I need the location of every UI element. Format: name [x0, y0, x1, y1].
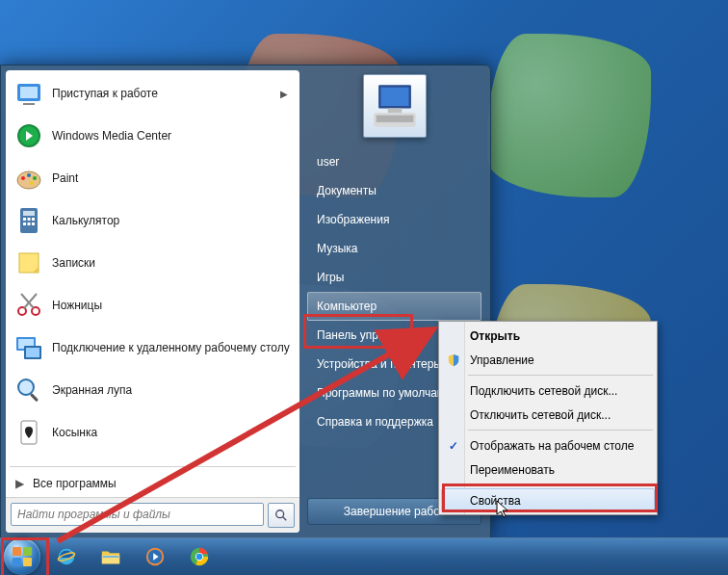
taskbar — [0, 537, 728, 575]
program-label: Экранная лупа — [52, 383, 132, 397]
sys-pictures[interactable]: Изображения — [307, 205, 481, 234]
program-label: Калькулятор — [52, 214, 119, 227]
chrome-icon — [189, 546, 210, 567]
svg-point-28 — [276, 510, 284, 518]
program-label: Приступая к работе — [52, 87, 158, 100]
start-button[interactable] — [4, 538, 40, 575]
program-label: Windows Media Center — [52, 129, 171, 143]
svg-rect-32 — [387, 108, 402, 113]
taskbar-chrome[interactable] — [179, 542, 220, 571]
ctx-map-drive[interactable]: Подключить сетевой диск... — [441, 379, 655, 403]
svg-rect-1 — [20, 87, 38, 98]
svg-rect-14 — [32, 218, 35, 221]
svg-rect-17 — [32, 222, 35, 225]
program-label: Косынка — [52, 426, 97, 439]
svg-point-6 — [21, 176, 25, 180]
shield-icon — [446, 353, 461, 368]
svg-rect-16 — [28, 222, 31, 225]
scissors-icon — [13, 290, 44, 321]
ctx-manage[interactable]: Управление — [441, 348, 655, 372]
program-paint[interactable]: Paint — [8, 157, 298, 199]
user-avatar[interactable] — [363, 74, 427, 138]
solitaire-icon — [13, 417, 44, 448]
program-label: Ножницы — [52, 299, 102, 312]
ctx-open[interactable]: Открыть — [441, 324, 655, 348]
wmp-icon — [144, 546, 166, 567]
svg-rect-31 — [380, 88, 408, 106]
sys-music[interactable]: Музыка — [307, 234, 481, 263]
computer-icon — [367, 78, 423, 134]
search-icon — [274, 509, 288, 522]
programs-list: Приступая к работе ▶ Windows Media Cente… — [6, 70, 299, 463]
svg-line-29 — [283, 517, 287, 521]
program-remote-desktop[interactable]: Подключение к удаленному рабочему столу — [8, 327, 298, 369]
svg-rect-15 — [23, 222, 26, 225]
context-menu: Открыть Управление Подключить сетевой ди… — [438, 321, 658, 515]
all-programs-label: Все программы — [33, 477, 117, 490]
sticky-notes-icon — [13, 248, 44, 278]
search-row — [6, 497, 299, 533]
user-avatar-container — [303, 74, 485, 142]
program-magnifier[interactable]: Экранная лупа — [8, 369, 298, 411]
svg-rect-12 — [23, 218, 26, 221]
start-menu: Приступая к работе ▶ Windows Media Cente… — [0, 65, 491, 538]
sys-computer[interactable]: Компьютер — [307, 292, 481, 321]
getting-started-icon — [13, 78, 44, 109]
sys-user[interactable]: user — [307, 147, 481, 176]
ctx-show-on-desktop[interactable]: ✓ Отображать на рабочем столе — [441, 433, 655, 457]
search-input[interactable] — [11, 503, 264, 526]
taskbar-ie[interactable] — [46, 542, 87, 571]
calculator-icon — [13, 205, 44, 236]
program-snipping-tool[interactable]: Ножницы — [8, 284, 298, 327]
program-sticky-notes[interactable]: Записки — [8, 242, 298, 284]
all-programs[interactable]: ▶ Все программы — [6, 470, 299, 497]
svg-point-8 — [33, 176, 37, 180]
program-label: Paint — [52, 171, 78, 185]
folder-icon — [100, 546, 121, 567]
taskbar-explorer[interactable] — [91, 542, 131, 571]
ctx-properties[interactable]: Свойства — [441, 488, 655, 512]
svg-rect-34 — [376, 116, 413, 122]
svg-point-43 — [196, 554, 202, 560]
svg-point-25 — [18, 379, 34, 395]
svg-rect-2 — [23, 103, 35, 105]
program-label: Записки — [52, 256, 95, 270]
magnifier-icon — [13, 375, 44, 405]
ctx-rename[interactable]: Переименовать — [441, 457, 655, 482]
paint-icon — [13, 163, 44, 194]
chevron-right-icon: ▶ — [13, 477, 25, 490]
separator — [10, 466, 296, 467]
svg-point-7 — [27, 173, 31, 177]
program-getting-started[interactable]: Приступая к работе ▶ — [8, 72, 298, 115]
taskbar-wmp[interactable] — [135, 542, 175, 571]
program-calculator[interactable]: Калькулятор — [8, 199, 298, 242]
program-media-center[interactable]: Windows Media Center — [8, 115, 298, 157]
check-icon: ✓ — [446, 438, 461, 454]
sys-documents[interactable]: Документы — [307, 176, 481, 205]
ie-icon — [56, 546, 77, 567]
separator — [468, 375, 653, 376]
submenu-arrow-icon: ▶ — [280, 89, 292, 99]
ctx-disconnect-drive[interactable]: Отключить сетевой диск... — [441, 403, 655, 427]
separator — [468, 484, 653, 485]
svg-rect-11 — [23, 211, 35, 216]
separator — [468, 430, 653, 431]
media-center-icon — [13, 120, 44, 151]
svg-rect-26 — [30, 393, 39, 402]
start-menu-left-pane: Приступая к работе ▶ Windows Media Cente… — [6, 70, 299, 533]
program-solitaire[interactable]: Косынка — [8, 411, 298, 454]
program-label: Подключение к удаленному рабочему столу — [52, 341, 290, 354]
svg-rect-24 — [26, 348, 39, 357]
svg-point-9 — [30, 181, 34, 185]
svg-rect-13 — [28, 218, 31, 221]
svg-rect-38 — [103, 556, 119, 558]
remote-desktop-icon — [13, 332, 44, 363]
sys-games[interactable]: Игры — [307, 263, 481, 292]
search-button[interactable] — [268, 503, 295, 528]
